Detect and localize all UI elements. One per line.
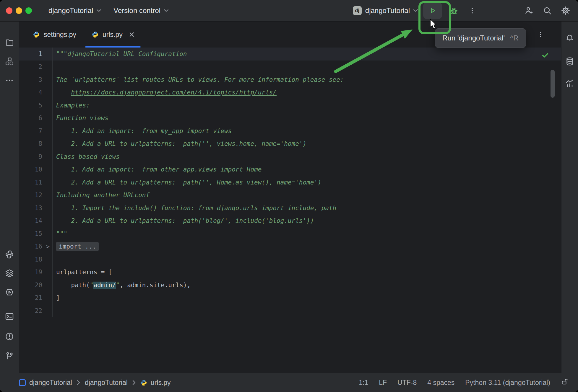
- editor-line-21[interactable]: 21]: [19, 292, 561, 305]
- gutter[interactable]: 11: [19, 176, 53, 189]
- editor-line-5[interactable]: 5Examples:: [19, 99, 561, 112]
- editor-line-14[interactable]: 14 2. Add a URL to urlpatterns: path('bl…: [19, 215, 561, 228]
- gutter[interactable]: 20: [19, 279, 53, 292]
- editor-line-18[interactable]: 18: [19, 253, 561, 266]
- statusbar: djangoTutorial djangoTutorial urls.py 1:…: [0, 373, 578, 392]
- code-editor[interactable]: 1"""djangoTutorial URL Configuration23Th…: [19, 48, 561, 373]
- close-tab-icon[interactable]: [129, 32, 134, 37]
- settings-button[interactable]: [559, 4, 572, 17]
- encoding-widget[interactable]: UTF-8: [397, 379, 417, 387]
- plots-toolwindow-button[interactable]: [565, 78, 575, 88]
- line-number: 18: [19, 256, 43, 263]
- editor-scrollbar[interactable]: [551, 70, 555, 98]
- code-with-me-button[interactable]: [522, 4, 535, 17]
- editor-line-2[interactable]: 2: [19, 61, 561, 74]
- commit-toolwindow-button[interactable]: [4, 351, 14, 361]
- gutter[interactable]: 1: [19, 48, 53, 61]
- version-control-menu[interactable]: Version control: [113, 6, 168, 15]
- folded-imports[interactable]: import ...: [56, 242, 99, 251]
- close-window-button[interactable]: [6, 7, 12, 14]
- terminal-toolwindow-button[interactable]: [4, 311, 14, 321]
- notifications-button[interactable]: [565, 33, 575, 43]
- editor-line-15[interactable]: 15""": [19, 227, 561, 240]
- cursor-position-widget[interactable]: 1:1: [359, 379, 368, 387]
- line-ending-widget[interactable]: LF: [379, 379, 387, 387]
- gutter[interactable]: 9: [19, 150, 53, 163]
- inspections-ok-icon[interactable]: [541, 51, 549, 61]
- editor-line-1[interactable]: 1"""djangoTutorial URL Configuration: [19, 48, 561, 61]
- layers-icon: [5, 269, 14, 278]
- database-toolwindow-button[interactable]: [565, 56, 575, 66]
- line-number: 14: [19, 217, 43, 224]
- line-number: 8: [19, 140, 43, 147]
- readonly-toggle[interactable]: [561, 378, 569, 388]
- tab-urls-py[interactable]: urls.py: [84, 22, 142, 48]
- doc-link[interactable]: https://docs.djangoproject.com/en/4.1/to…: [71, 89, 277, 96]
- project-menu[interactable]: djangoTutorial: [48, 6, 101, 15]
- problems-toolwindow-button[interactable]: [4, 331, 14, 342]
- line-number: 19: [19, 269, 43, 276]
- indent-widget[interactable]: 4 spaces: [427, 379, 454, 387]
- gutter[interactable]: 19: [19, 266, 53, 279]
- code-line: 1. Import the include() function: from d…: [53, 205, 336, 212]
- editor-line-20[interactable]: 20 path("admin/", admin.site.urls),: [19, 279, 561, 292]
- gutter[interactable]: 22: [19, 304, 53, 317]
- editor-line-10[interactable]: 10 1. Add an import: from other_app.view…: [19, 163, 561, 176]
- editor-line-3[interactable]: 3The `urlpatterns` list routes URLs to v…: [19, 73, 561, 86]
- gutter[interactable]: 21: [19, 292, 53, 305]
- interpreter-widget[interactable]: Python 3.11 (djangoTutorial): [465, 379, 550, 387]
- python-packages-toolwindow-button[interactable]: [4, 268, 14, 278]
- editor-line-13[interactable]: 13 1. Import the include() function: fro…: [19, 202, 561, 215]
- editor-line-8[interactable]: 8 2. Add a URL to urlpatterns: path('', …: [19, 138, 561, 151]
- tab-options-button[interactable]: [537, 22, 544, 48]
- editor-line-19[interactable]: 19urlpatterns = [: [19, 266, 561, 279]
- gutter[interactable]: 8: [19, 138, 53, 151]
- gutter[interactable]: 18: [19, 253, 53, 266]
- gutter[interactable]: 10: [19, 163, 53, 176]
- gutter[interactable]: 14: [19, 215, 53, 228]
- gutter[interactable]: 5: [19, 99, 53, 112]
- database-icon: [565, 57, 574, 66]
- search-everywhere-button[interactable]: [541, 4, 554, 17]
- gutter[interactable]: 13: [19, 202, 53, 215]
- tab-settings-py[interactable]: settings.py: [25, 22, 84, 48]
- gutter[interactable]: 12: [19, 189, 53, 202]
- breadcrumb-file[interactable]: urls.py: [140, 379, 171, 387]
- editor-line-9[interactable]: 9Class-based views: [19, 150, 561, 163]
- editor-line-7[interactable]: 7 1. Add an import: from my_app import v…: [19, 125, 561, 138]
- code-segment: [56, 89, 71, 96]
- line-number: 16: [19, 243, 43, 250]
- run-button[interactable]: [423, 2, 442, 19]
- editor-line-16[interactable]: 16>import ...: [19, 240, 561, 253]
- gutter[interactable]: 16>: [19, 240, 53, 253]
- fold-arrow-icon[interactable]: >: [43, 243, 52, 250]
- gutter[interactable]: 6: [19, 112, 53, 125]
- editor-line-6[interactable]: 6Function views: [19, 112, 561, 125]
- code-line: path("admin/", admin.site.urls),: [53, 282, 191, 289]
- code-line: 2. Add a URL to urlpatterns: path('', vi…: [53, 140, 306, 147]
- gutter[interactable]: 4: [19, 86, 53, 99]
- gutter[interactable]: 3: [19, 73, 53, 86]
- structure-toolwindow-button[interactable]: [4, 56, 14, 66]
- project-toolwindow-button[interactable]: [4, 37, 14, 47]
- python-console-toolwindow-button[interactable]: [4, 249, 14, 259]
- editor-line-12[interactable]: 12Including another URLconf: [19, 189, 561, 202]
- editor-line-11[interactable]: 11 2. Add a URL to urlpatterns: path('',…: [19, 176, 561, 189]
- services-toolwindow-button[interactable]: [4, 287, 14, 297]
- zoom-window-button[interactable]: [25, 7, 32, 14]
- gutter[interactable]: 15: [19, 227, 53, 240]
- editor-line-4[interactable]: 4 https://docs.djangoproject.com/en/4.1/…: [19, 86, 561, 99]
- more-actions-button[interactable]: [466, 4, 479, 17]
- code-line: Function views: [53, 115, 108, 122]
- breadcrumb-package[interactable]: djangoTutorial: [85, 379, 128, 387]
- debug-button[interactable]: [447, 4, 460, 17]
- more-toolwindows-button[interactable]: [4, 75, 14, 85]
- gutter[interactable]: 7: [19, 125, 53, 138]
- line-number: 15: [19, 230, 43, 237]
- add-user-icon: [524, 6, 534, 15]
- run-config-selector[interactable]: dj djangoTutorial: [353, 6, 418, 15]
- minimize-window-button[interactable]: [16, 7, 22, 14]
- editor-line-22[interactable]: 22: [19, 304, 561, 317]
- gutter[interactable]: 2: [19, 61, 53, 74]
- breadcrumb-project[interactable]: djangoTutorial: [19, 379, 72, 387]
